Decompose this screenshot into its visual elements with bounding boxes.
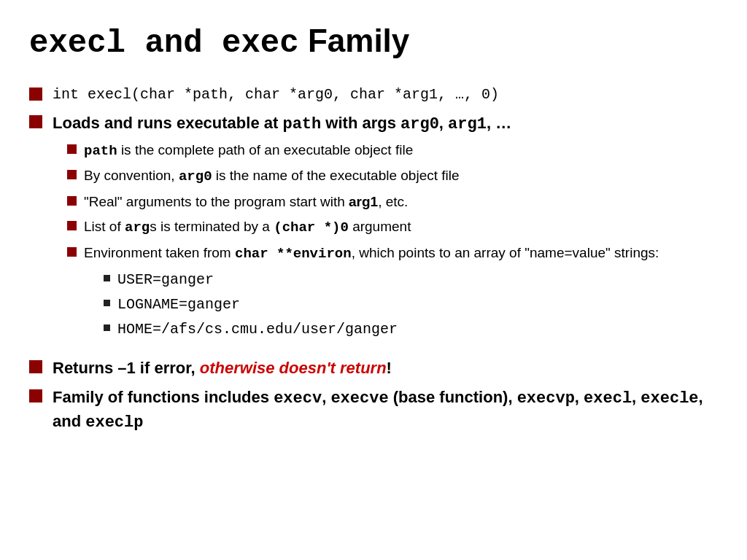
loads-text: Loads and runs executable at path with a… (53, 112, 511, 136)
page-title: execl and exec Family (29, 22, 718, 63)
bullet-icon (29, 389, 42, 402)
list-item-returns: Returns –1 if error, otherwise doesn't r… (29, 357, 718, 380)
env-logname: LOGNAME=ganger (117, 295, 398, 315)
main-list: int execl(char *path, char *arg0, char *… (29, 85, 718, 435)
sub-bullet-icon (67, 196, 77, 206)
sub-text-path: path is the complete path of an executab… (84, 141, 659, 161)
returns-text: Returns –1 if error, otherwise doesn't r… (53, 357, 718, 380)
sub-bullet-icon (67, 221, 77, 230)
sub-item-args: List of args is terminated by a (char *)… (67, 217, 659, 238)
env-item-logname: LOGNAME=ganger (104, 295, 398, 315)
env-list: USER=ganger LOGNAME=ganger HOME=/afs/cs.… (89, 270, 398, 344)
bullet-icon (29, 88, 42, 101)
env-item-home: HOME=/afs/cs.cmu.edu/user/ganger (104, 319, 398, 340)
family-text: Family of functions includes execv, exec… (53, 386, 718, 435)
bullet-icon (29, 360, 42, 373)
code-line: int execl(char *path, char *arg0, char *… (53, 85, 718, 105)
list-item-family: Family of functions includes execv, exec… (29, 386, 718, 435)
sub-text-args: List of args is terminated by a (char *)… (84, 217, 659, 238)
title-execl: execl (29, 25, 125, 61)
title-family: Family (299, 23, 410, 58)
bullet-icon (29, 115, 42, 128)
sub-text-environ: Environment taken from char **environ, w… (84, 244, 659, 264)
sub-item-arg0: By convention, arg0 is the name of the e… (67, 166, 659, 187)
sub-item-arg1: "Real" arguments to the program start wi… (67, 192, 659, 212)
env-item-user: USER=ganger (104, 270, 398, 290)
red-italic-text: otherwise doesn't return (200, 359, 387, 377)
env-user: USER=ganger (117, 270, 398, 290)
env-home: HOME=/afs/cs.cmu.edu/user/ganger (117, 319, 398, 340)
list-item-code: int execl(char *path, char *arg0, char *… (29, 85, 718, 105)
sub-bullet-icon (67, 247, 77, 257)
title-and: and (144, 25, 202, 61)
list-item-loads: Loads and runs executable at path with a… (29, 112, 718, 350)
sub-text-arg0: By convention, arg0 is the name of the e… (84, 166, 659, 187)
sub-text-arg1: "Real" arguments to the program start wi… (84, 192, 659, 212)
sub-list: path is the complete path of an executab… (53, 141, 659, 350)
env-bullet-icon (104, 300, 110, 306)
sub-item-path: path is the complete path of an executab… (67, 141, 659, 161)
sub-bullet-icon (67, 144, 77, 154)
sub-bullet-icon (67, 170, 77, 179)
env-bullet-icon (104, 275, 110, 281)
env-bullet-icon (104, 324, 110, 331)
title-exec: exec (222, 25, 299, 61)
sub-item-environ: Environment taken from char **environ, w… (67, 244, 659, 344)
